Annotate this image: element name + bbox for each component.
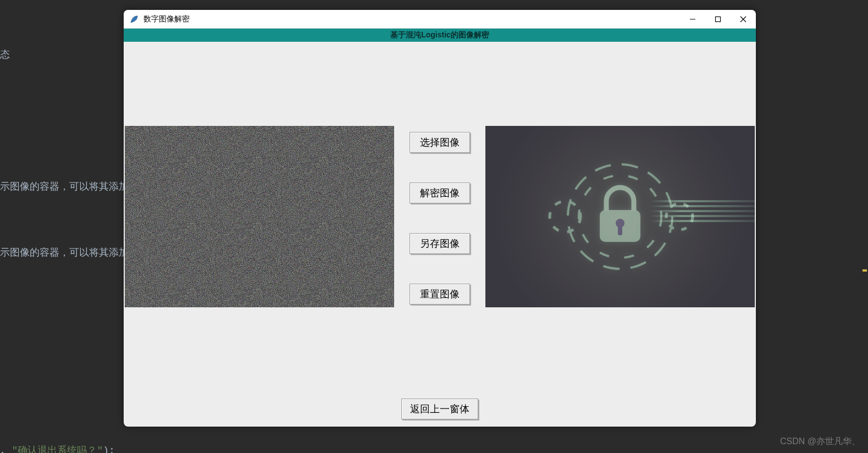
- background-editor: 态 示图像的容器，可以将其添加 示图像的容器，可以将其添加 , "确认退出系统吗…: [0, 0, 129, 453]
- ide-gutter-mark: [863, 269, 867, 272]
- select-image-button[interactable]: 选择图像: [410, 132, 470, 153]
- svg-point-6: [550, 201, 580, 232]
- close-button[interactable]: [731, 10, 756, 29]
- app-feather-icon: [129, 14, 139, 24]
- minimize-button[interactable]: [680, 10, 705, 29]
- footer: 返回上一窗体: [124, 391, 756, 427]
- decrypt-image-button[interactable]: 解密图像: [410, 183, 470, 203]
- back-button[interactable]: 返回上一窗体: [401, 399, 478, 419]
- save-image-button[interactable]: 另存图像: [410, 233, 470, 254]
- hud-stripes-icon: [650, 197, 755, 236]
- main-content: 选择图像 解密图像 另存图像 重置图像: [124, 42, 756, 391]
- input-image-panel: [125, 126, 394, 307]
- svg-rect-10: [618, 225, 622, 235]
- app-window: 数字图像解密 基于混沌Logistic的图像解密 选择图像 解密图像 另存图像 …: [124, 10, 756, 427]
- window-title: 数字图像解密: [143, 14, 190, 24]
- watermark: CSDN @亦世凡华、: [780, 436, 860, 448]
- button-column: 选择图像 解密图像 另存图像 重置图像: [410, 129, 470, 305]
- maximize-button[interactable]: [705, 10, 731, 29]
- reset-image-button[interactable]: 重置图像: [410, 284, 470, 305]
- banner-title: 基于混沌Logistic的图像解密: [124, 29, 756, 42]
- output-image-panel: [485, 126, 755, 307]
- titlebar: 数字图像解密: [124, 10, 756, 29]
- svg-rect-1: [716, 16, 721, 21]
